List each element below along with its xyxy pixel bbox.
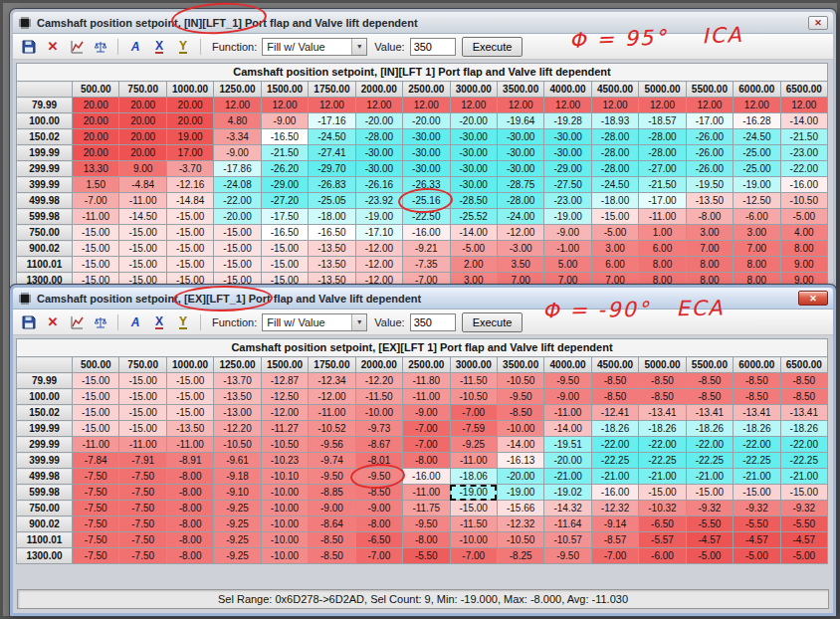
col-header[interactable]: 3500.00 — [497, 82, 543, 98]
col-header[interactable]: 2500.00 — [403, 357, 450, 373]
map-cell[interactable]: -28.00 — [591, 129, 638, 145]
map-cell[interactable]: -28.00 — [639, 129, 686, 145]
map-cell[interactable]: -4.57 — [780, 532, 827, 548]
map-cell[interactable]: 7.00 — [734, 241, 780, 257]
map-cell[interactable]: -15.00 — [214, 241, 261, 257]
map-cell[interactable]: -19.64 — [497, 113, 543, 129]
map-cell[interactable]: -15.00 — [166, 225, 213, 241]
map-cell[interactable]: -15.00 — [450, 501, 497, 516]
map-cell[interactable]: -19.28 — [544, 113, 591, 129]
map-cell[interactable]: -9.18 — [214, 469, 261, 485]
row-header[interactable]: 499.98 — [17, 469, 73, 485]
map-cell[interactable]: -8.67 — [355, 437, 402, 453]
map-cell[interactable]: -22.25 — [734, 453, 780, 469]
row-header[interactable]: 100.00 — [17, 113, 73, 129]
function-select[interactable]: Fill w/ Value ▼ — [262, 313, 367, 331]
map-cell[interactable]: -15.00 — [73, 373, 119, 389]
map-cell[interactable]: -10.00 — [497, 421, 543, 437]
map-cell[interactable]: -9.32 — [686, 501, 733, 516]
map-cell[interactable]: -18.00 — [591, 193, 638, 209]
map-cell[interactable]: -15.00 — [166, 373, 213, 389]
map-cell[interactable]: -8.50 — [591, 389, 638, 405]
map-cell[interactable]: 20.00 — [166, 98, 213, 113]
map-cell[interactable]: 1.00 — [639, 225, 686, 241]
map-cell[interactable]: -7.50 — [73, 532, 119, 548]
close-button[interactable]: ✕ — [798, 291, 828, 306]
map-cell[interactable]: -8.50 — [734, 373, 780, 389]
map-cell[interactable]: -28.00 — [497, 193, 543, 209]
map-cell[interactable]: -10.00 — [450, 532, 497, 548]
scales-button[interactable] — [90, 312, 111, 332]
map-cell[interactable]: 3.00 — [591, 241, 638, 257]
map-cell[interactable]: -8.50 — [639, 373, 686, 389]
map-cell[interactable]: -14.00 — [497, 437, 543, 453]
map-cell[interactable]: -30.00 — [403, 129, 450, 145]
map-cell[interactable]: -11.50 — [450, 516, 497, 532]
map-cell[interactable]: -24.50 — [309, 129, 355, 145]
map-cell[interactable]: -8.50 — [497, 405, 543, 421]
delete-button[interactable]: ✕ — [42, 37, 64, 57]
map-cell[interactable]: -12.00 — [261, 405, 308, 421]
map-cell[interactable]: -9.50 — [403, 516, 450, 532]
map-cell[interactable]: -30.00 — [450, 161, 497, 177]
map-cell[interactable]: -27.20 — [261, 193, 308, 209]
map-cell[interactable]: 12.00 — [544, 98, 591, 113]
map-cell[interactable]: -8.50 — [591, 373, 638, 389]
map-cell[interactable]: -5.00 — [780, 209, 827, 225]
row-header[interactable]: 1100.01 — [17, 257, 73, 273]
map-cell[interactable]: 6.00 — [591, 257, 638, 273]
map-cell[interactable]: -8.50 — [309, 532, 355, 548]
map-cell[interactable]: -16.00 — [591, 485, 638, 501]
row-header[interactable]: 79.99 — [17, 373, 73, 389]
map-cell[interactable]: -7.35 — [403, 257, 450, 273]
map-cell[interactable]: -7.50 — [73, 516, 119, 532]
map-cell[interactable]: -19.00 — [355, 209, 402, 225]
map-cell[interactable]: -16.28 — [734, 113, 780, 129]
map-cell[interactable]: -18.93 — [591, 113, 638, 129]
map-cell[interactable]: -9.32 — [734, 501, 780, 516]
col-header[interactable]: 500.00 — [73, 357, 119, 373]
map-cell[interactable]: -5.00 — [450, 241, 497, 257]
map-cell[interactable]: -25.05 — [309, 193, 355, 209]
map-cell[interactable]: 20.00 — [73, 145, 119, 161]
map-cell[interactable]: -8.00 — [166, 501, 213, 516]
map-cell[interactable]: -10.00 — [261, 501, 308, 516]
row-header[interactable]: 399.99 — [17, 453, 73, 469]
map-cell[interactable]: -16.00 — [780, 177, 827, 193]
map-cell[interactable]: -11.00 — [73, 209, 119, 225]
map-cell[interactable]: -9.50 — [544, 548, 591, 564]
map-cell[interactable]: -12.00 — [355, 241, 402, 257]
map-cell[interactable]: -29.00 — [544, 161, 591, 177]
map-cell[interactable]: -12.16 — [166, 177, 213, 193]
map-cell[interactable]: -22.00 — [686, 437, 733, 453]
col-header[interactable]: 1750.00 — [309, 357, 355, 373]
map-cell[interactable]: -15.00 — [119, 257, 166, 273]
map-cell[interactable]: -10.00 — [261, 485, 308, 501]
map-cell[interactable]: -8.00 — [403, 532, 450, 548]
map-cell[interactable]: -4.57 — [734, 532, 780, 548]
map-cell[interactable]: -15.66 — [497, 501, 543, 516]
map-cell[interactable]: -7.50 — [119, 532, 166, 548]
y-axis-button[interactable]: Y — [172, 37, 194, 57]
map-cell[interactable]: -25.16 — [403, 193, 450, 209]
map-cell[interactable]: -24.50 — [734, 129, 780, 145]
map-cell[interactable]: -7.50 — [119, 485, 166, 501]
map-cell[interactable]: -12.20 — [214, 421, 261, 437]
map-cell[interactable]: 5.00 — [544, 257, 591, 273]
map-cell[interactable]: 9.00 — [119, 161, 166, 177]
map-cell[interactable]: -7.50 — [119, 501, 166, 516]
map-cell[interactable]: -13.41 — [780, 405, 827, 421]
map-cell[interactable]: 12.00 — [309, 98, 355, 113]
col-header[interactable]: 5500.00 — [686, 357, 733, 373]
col-header[interactable]: 2500.00 — [403, 82, 450, 98]
row-header[interactable]: 199.99 — [17, 421, 73, 437]
map-cell[interactable]: -7.00 — [403, 421, 450, 437]
col-header[interactable]: 4000.00 — [544, 82, 591, 98]
map-cell[interactable]: -10.50 — [450, 389, 497, 405]
map-cell[interactable]: -9.00 — [309, 501, 355, 516]
map-cell[interactable]: -12.32 — [497, 516, 543, 532]
col-header[interactable]: 6000.00 — [734, 357, 780, 373]
map-cell[interactable]: -12.00 — [355, 257, 402, 273]
map-cell[interactable]: -13.41 — [686, 405, 733, 421]
map-cell[interactable]: -4.57 — [686, 532, 733, 548]
